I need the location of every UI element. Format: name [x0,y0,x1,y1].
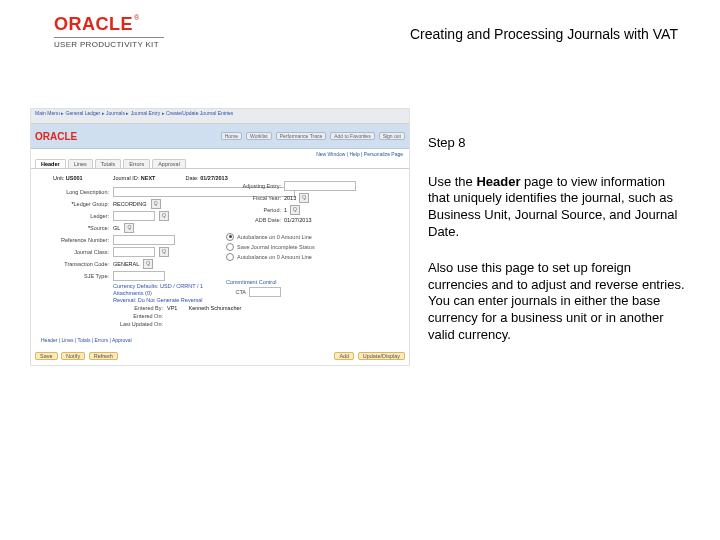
radio-icon[interactable] [226,253,234,261]
app-header: ORACLE Home Worklist Performance Trace A… [31,124,409,149]
instruction-para-2: Also use this page to set up foreign cur… [428,260,686,343]
notify-button[interactable]: Notify [61,352,85,360]
right-column: Adjusting Entry: Fiscal Year:2013Q Perio… [226,179,396,299]
tab-lines[interactable]: Lines [68,159,93,168]
window-links: New Window | Help | Personalize Page [31,149,409,159]
breadcrumb: Main Menu ▸ General Ledger ▸ Journals ▸ … [31,109,409,124]
radio-icon[interactable] [226,243,234,251]
lookup-icon[interactable]: Q [290,205,300,215]
reversal-link[interactable]: Reversal: Do Not Generate Reversal [113,297,203,303]
update-button[interactable]: Update/Display [358,352,405,360]
app-brand: ORACLE [35,131,77,142]
oracle-wordmark: ORACLE [54,14,133,35]
perf-trace-button[interactable]: Performance Trace [276,132,327,140]
signout-button[interactable]: Sign out [379,132,405,140]
commitment-link[interactable]: Commitment Control [226,279,276,285]
lookup-icon[interactable]: Q [143,259,153,269]
instruction-para-1: Use the Header page to view information … [428,174,686,241]
ref-input[interactable] [113,235,175,245]
sje-input[interactable] [113,271,165,281]
save-button[interactable]: Save [35,352,58,360]
oracle-logo: ORACLE® USER PRODUCTIVITY KIT [54,14,164,49]
tab-errors[interactable]: Errors [123,159,150,168]
step-number: Step 8 [428,135,686,152]
oracle-tm: ® [134,14,139,21]
bottom-tab-links[interactable]: Header | Lines | Totals | Errors | Appro… [41,337,132,343]
home-button[interactable]: Home [221,132,242,140]
tabs: Header Lines Totals Errors Approval [31,159,409,169]
radio-icon[interactable] [226,233,234,241]
tab-approval[interactable]: Approval [152,159,186,168]
lookup-icon[interactable]: Q [299,193,309,203]
upk-subline: USER PRODUCTIVITY KIT [54,37,164,49]
adj-entry-select[interactable] [284,181,356,191]
tab-header[interactable]: Header [35,159,66,168]
refresh-button[interactable]: Refresh [89,352,118,360]
ledger-input[interactable] [113,211,155,221]
worklist-button[interactable]: Worklist [246,132,272,140]
attachments-link[interactable]: Attachments (0) [113,290,152,296]
instructions: Step 8 Use the Header page to view infor… [428,135,686,363]
lookup-icon[interactable]: Q [124,223,134,233]
jclass-input[interactable] [113,247,155,257]
lookup-icon[interactable]: Q [159,211,169,221]
lookup-icon[interactable]: Q [151,199,161,209]
tab-totals[interactable]: Totals [95,159,121,168]
favorites-button[interactable]: Add to Favorites [330,132,374,140]
add-button[interactable]: Add [334,352,354,360]
app-screenshot: Main Menu ▸ General Ledger ▸ Journals ▸ … [30,108,410,366]
header-buttons: Home Worklist Performance Trace Add to F… [221,132,405,140]
page-title: Creating and Processing Journals with VA… [410,26,690,42]
cta-input[interactable] [249,287,281,297]
currency-link[interactable]: Currency Defaults: USD / CRRNT / 1 [113,283,203,289]
lookup-icon[interactable]: Q [159,247,169,257]
